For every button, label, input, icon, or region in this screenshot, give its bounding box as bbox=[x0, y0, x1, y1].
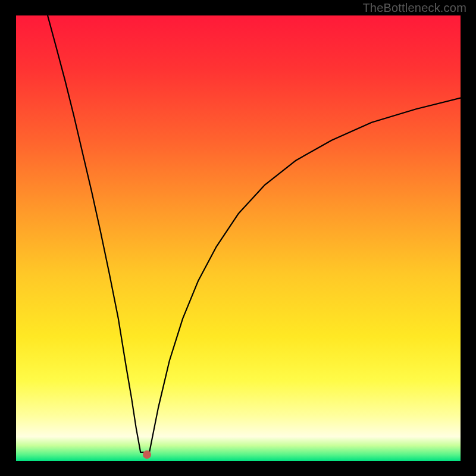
chart-stage: TheBottleneck.com bbox=[0, 0, 476, 476]
plot-area bbox=[16, 15, 461, 461]
gradient-background bbox=[16, 15, 461, 461]
watermark-label: TheBottleneck.com bbox=[362, 1, 466, 15]
